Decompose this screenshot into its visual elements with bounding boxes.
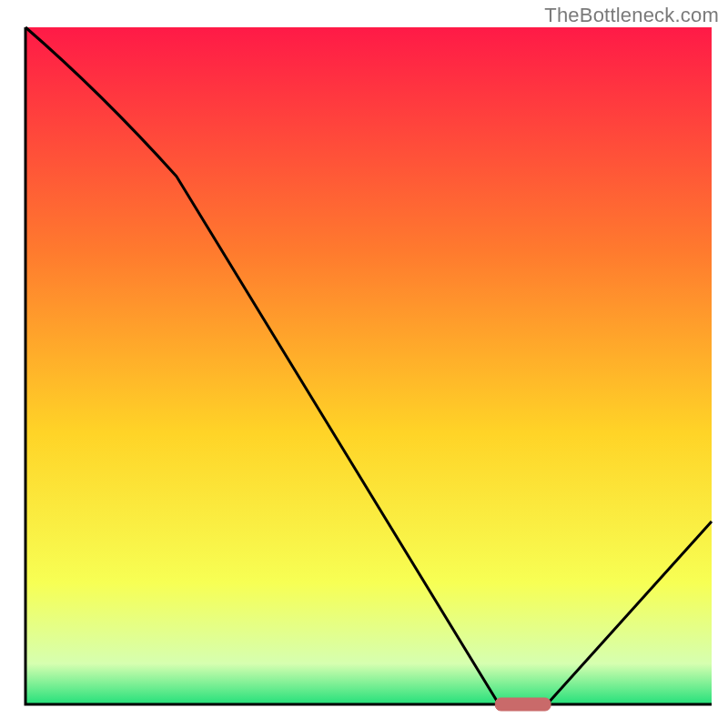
chart-container: TheBottleneck.com xyxy=(0,0,728,728)
plot-background xyxy=(25,27,712,704)
chart-svg xyxy=(0,0,728,728)
optimal-marker xyxy=(495,698,551,711)
watermark-text: TheBottleneck.com xyxy=(544,4,719,27)
